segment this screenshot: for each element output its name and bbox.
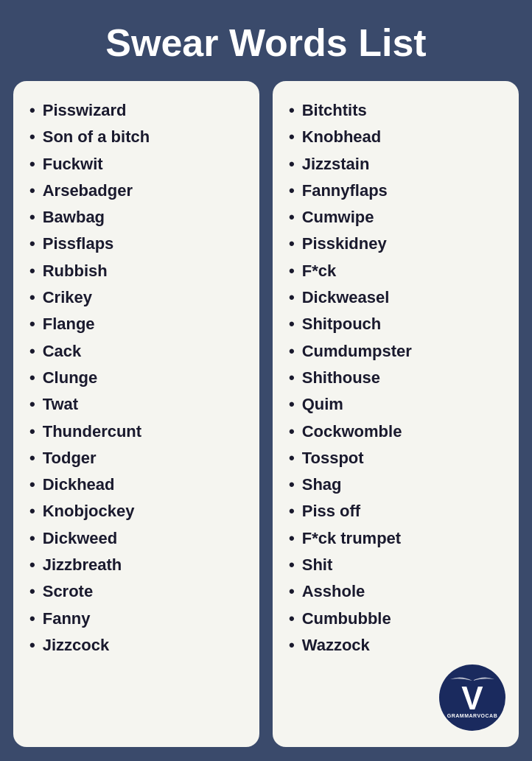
columns-wrapper: PisswizardSon of a bitchFuckwitArsebadge… (0, 81, 532, 760)
list-item: Cumwipe (289, 204, 505, 231)
list-item: Shithouse (289, 365, 505, 391)
list-item: Clunge (29, 365, 246, 391)
list-item: Jizzbreath (29, 552, 246, 578)
list-item: Rubbish (29, 258, 246, 284)
page-title: Swear Words List (0, 0, 532, 81)
list-item: Cack (29, 338, 246, 365)
list-item: Arsebadger (29, 178, 246, 204)
left-column: PisswizardSon of a bitchFuckwitArsebadge… (13, 81, 259, 747)
list-item: Bawbag (29, 204, 246, 231)
list-item: Pisskidney (289, 231, 505, 257)
list-item: Thundercunt (29, 418, 246, 445)
list-item: Cockwomble (289, 418, 505, 445)
list-item: Crikey (29, 284, 246, 311)
logo-subtext: GRAMMARVOCAB (447, 713, 497, 718)
list-item: Fanny (29, 606, 246, 632)
list-item: Knobjockey (29, 498, 246, 525)
list-item: Shag (289, 471, 505, 498)
right-column: BitchtitsKnobheadJizzstainFannyflapsCumw… (273, 81, 519, 747)
list-item: Tosspot (289, 445, 505, 471)
list-item: Quim (289, 391, 505, 418)
list-item: Wazzock (289, 632, 505, 659)
list-item: Fuckwit (29, 151, 246, 178)
list-item: Pisswizard (29, 97, 246, 124)
list-item: F*ck (289, 258, 505, 284)
list-item: Todger (29, 445, 246, 471)
brand-logo: V GRAMMARVOCAB (439, 664, 505, 731)
list-item: F*ck trumpet (289, 525, 505, 552)
list-item: Twat (29, 391, 246, 418)
list-item: Jizzcock (29, 632, 246, 659)
list-item: Shit (289, 552, 505, 578)
list-item: Scrote (29, 578, 246, 605)
list-item: Asshole (289, 578, 505, 605)
list-item: Dickweed (29, 525, 246, 552)
list-item: Fannyflaps (289, 178, 505, 204)
left-word-list: PisswizardSon of a bitchFuckwitArsebadge… (29, 97, 246, 659)
list-item: Flange (29, 311, 246, 337)
logo-area: V GRAMMARVOCAB (289, 664, 505, 731)
list-item: Shitpouch (289, 311, 505, 337)
list-item: Jizzstain (289, 151, 505, 178)
list-item: Son of a bitch (29, 124, 246, 150)
list-item: Piss off (289, 498, 505, 525)
right-word-list: BitchtitsKnobheadJizzstainFannyflapsCumw… (289, 97, 505, 659)
list-item: Bitchtits (289, 97, 505, 124)
list-item: Knobhead (289, 124, 505, 150)
logo-wings-icon (447, 673, 498, 688)
list-item: Cumbubble (289, 606, 505, 632)
list-item: Dickweasel (289, 284, 505, 311)
list-item: Cumdumpster (289, 338, 505, 365)
list-item: Dickhead (29, 471, 246, 498)
list-item: Pissflaps (29, 231, 246, 257)
